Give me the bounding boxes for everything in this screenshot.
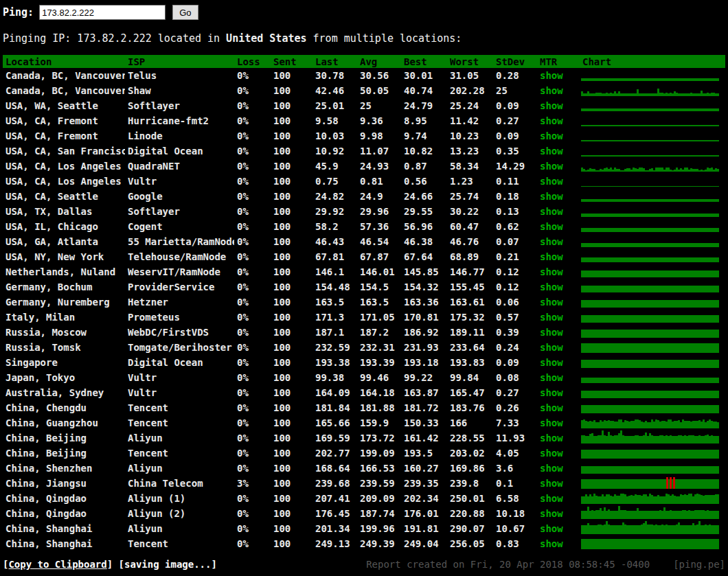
table-row: USA, CA, Fremont Hurricane-fmt2 0% 100 9… xyxy=(3,113,725,128)
loss-cell: 0% xyxy=(234,264,271,279)
column-header-isp: ISP xyxy=(125,55,234,68)
latency-sparkline xyxy=(581,190,720,203)
loss-cell: 0% xyxy=(234,430,271,446)
go-button[interactable]: Go xyxy=(172,5,198,20)
mtr-show-link[interactable]: show xyxy=(540,70,563,81)
sent-cell: 100 xyxy=(271,279,312,295)
report-timestamp: Report created on Fri, 20 Apr 2018 08:58… xyxy=(366,559,650,570)
mtr-show-link[interactable]: show xyxy=(540,281,563,292)
mtr-show-link[interactable]: show xyxy=(540,493,563,504)
sent-cell: 100 xyxy=(271,83,312,98)
loss-cell: 3% xyxy=(234,476,271,491)
loss-cell: 0% xyxy=(234,385,271,400)
column-header-chart: Chart xyxy=(580,55,725,68)
mtr-show-link[interactable]: show xyxy=(540,176,563,187)
mtr-show-link[interactable]: show xyxy=(540,115,563,126)
location-cell: USA, GA, Atlanta xyxy=(3,234,125,249)
latency-sparkline xyxy=(581,417,720,430)
worst-cell: 175.32 xyxy=(447,310,493,325)
mtr-show-link[interactable]: show xyxy=(540,357,563,368)
stdev-cell: 3.6 xyxy=(493,461,537,476)
worst-cell: 10.23 xyxy=(447,128,493,143)
mtr-show-link[interactable]: show xyxy=(540,221,563,232)
mtr-show-link[interactable]: show xyxy=(540,266,563,277)
mtr-show-link[interactable]: show xyxy=(540,130,563,141)
sent-cell: 100 xyxy=(271,189,312,204)
mtr-show-link[interactable]: show xyxy=(540,342,563,353)
avg-cell: 249.39 xyxy=(357,536,401,551)
mtr-show-link[interactable]: show xyxy=(540,402,563,413)
location-cell: China, Shanghai xyxy=(3,536,125,551)
chart-cell xyxy=(580,400,725,415)
mtr-cell: show xyxy=(537,446,580,461)
mtr-show-link[interactable]: show xyxy=(540,100,563,111)
mtr-show-link[interactable]: show xyxy=(540,523,563,534)
location-cell: USA, CA, Los Angeles xyxy=(3,159,125,174)
avg-cell: 159.9 xyxy=(357,415,401,430)
location-cell: Japan, Tokyo xyxy=(3,370,125,385)
mtr-show-link[interactable]: show xyxy=(540,417,563,428)
mtr-cell: show xyxy=(537,68,580,83)
last-cell: 171.3 xyxy=(312,310,357,325)
last-cell: 146.1 xyxy=(312,264,357,279)
worst-cell: 30.22 xyxy=(447,204,493,219)
mtr-show-link[interactable]: show xyxy=(540,191,563,202)
last-cell: 10.03 xyxy=(312,128,357,143)
chart-cell xyxy=(580,234,725,249)
mtr-show-link[interactable]: show xyxy=(540,448,563,459)
mtr-show-link[interactable]: show xyxy=(540,312,563,323)
best-cell: 150.33 xyxy=(401,415,447,430)
avg-cell: 24.93 xyxy=(357,159,401,174)
mtr-show-link[interactable]: show xyxy=(540,372,563,383)
packet-loss-mark xyxy=(666,477,668,489)
mtr-show-link[interactable]: show xyxy=(540,538,563,549)
location-cell: Canada, BC, Vancouver xyxy=(3,83,125,98)
avg-cell: 30.56 xyxy=(357,68,401,83)
mtr-show-link[interactable]: show xyxy=(540,297,563,308)
chart-cell xyxy=(580,491,725,506)
loss-cell: 0% xyxy=(234,174,271,189)
best-cell: 99.22 xyxy=(401,370,447,385)
best-cell: 239.35 xyxy=(401,476,447,491)
isp-cell: ProviderService xyxy=(125,279,234,295)
mtr-show-link[interactable]: show xyxy=(540,206,563,217)
avg-cell: 99.46 xyxy=(357,370,401,385)
location-cell: Singapore xyxy=(3,355,125,370)
saving-image-label: [saving image...] xyxy=(119,559,217,570)
mtr-show-link[interactable]: show xyxy=(540,478,563,489)
location-cell: USA, CA, Fremont xyxy=(3,128,125,143)
table-row: Russia, Moscow WebDC/FirstVDS 0% 100 187… xyxy=(3,325,725,340)
best-cell: 163.87 xyxy=(401,385,447,400)
mtr-show-link[interactable]: show xyxy=(540,251,563,262)
avg-cell: 199.96 xyxy=(357,521,401,536)
loss-cell: 0% xyxy=(234,521,271,536)
mtr-show-link[interactable]: show xyxy=(540,327,563,338)
worst-cell: 31.05 xyxy=(447,68,493,83)
mtr-show-link[interactable]: show xyxy=(540,433,563,443)
isp-cell: Softlayer xyxy=(125,204,234,219)
chart-cell xyxy=(580,536,725,551)
mtr-cell: show xyxy=(537,98,580,113)
stdev-cell: 0.83 xyxy=(493,536,537,551)
loss-cell: 0% xyxy=(234,446,271,461)
copy-to-clipboard-link[interactable]: Copy to Clipboard xyxy=(8,559,106,570)
latency-sparkline xyxy=(581,371,720,384)
chart-cell xyxy=(580,113,725,128)
mtr-show-link[interactable]: show xyxy=(540,463,563,474)
mtr-show-link[interactable]: show xyxy=(540,85,563,96)
mtr-show-link[interactable]: show xyxy=(540,146,563,157)
mtr-show-link[interactable]: show xyxy=(540,161,563,172)
stdev-cell: 6.58 xyxy=(493,491,537,506)
ping-input[interactable] xyxy=(39,5,166,20)
chart-cell xyxy=(580,83,725,98)
mtr-show-link[interactable]: show xyxy=(540,387,563,398)
mtr-show-link[interactable]: show xyxy=(540,236,563,247)
last-cell: 207.41 xyxy=(312,491,357,506)
mtr-show-link[interactable]: show xyxy=(540,508,563,519)
stdev-cell: 14.29 xyxy=(493,159,537,174)
stdev-cell: 4.05 xyxy=(493,446,537,461)
table-row: China, Shenzhen Aliyun 0% 100 168.64 166… xyxy=(3,461,725,476)
latency-sparkline xyxy=(581,447,720,460)
isp-cell: Vultr xyxy=(125,385,234,400)
table-row: China, Jiangsu China Telecom 3% 100 239.… xyxy=(3,476,725,491)
